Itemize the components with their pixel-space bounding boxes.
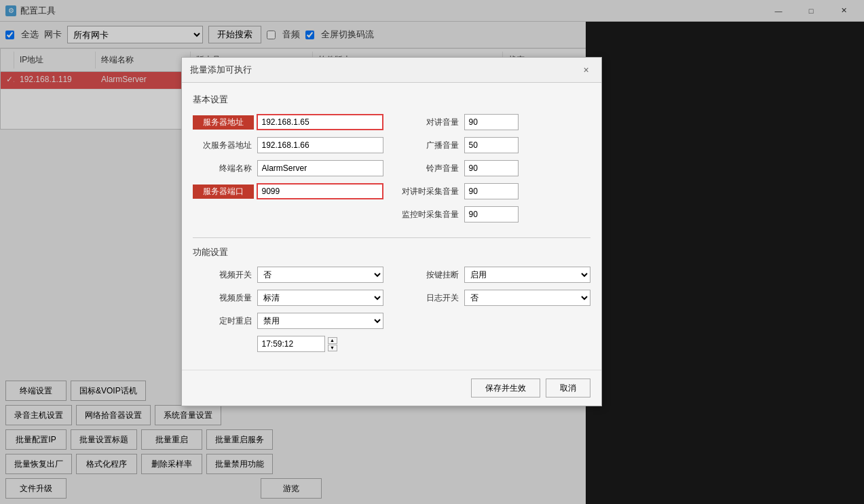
- dialog-overlay: 批量添加可执行 × 基本设置 服务器地址 次服务器地址 终: [0, 0, 864, 504]
- monitor-capture-label: 监控时采集音量: [400, 209, 464, 220]
- server-addr-label: 服务器地址: [193, 115, 254, 130]
- video-switch-row: 视频开关 否 是: [193, 267, 383, 283]
- terminal-name-label: 终端名称: [193, 163, 257, 174]
- func-left-column: 视频开关 否 是 视频质量 标清 高清 定时重启: [193, 267, 383, 359]
- server-addr-row: 服务器地址: [193, 114, 383, 130]
- broadcast-volume-row: 广播音量: [400, 137, 590, 153]
- time-up-button[interactable]: ▲: [328, 337, 337, 344]
- time-down-button[interactable]: ▼: [328, 345, 337, 351]
- function-settings-grid: 视频开关 否 是 视频质量 标清 高清 定时重启: [193, 267, 590, 359]
- time-input-wrap: ▲ ▼: [257, 336, 337, 352]
- server-addr-input[interactable]: [257, 114, 383, 130]
- broadcast-volume-label: 广播音量: [400, 140, 464, 151]
- video-quality-select[interactable]: 标清 高清: [257, 290, 383, 306]
- talk-volume-row: 对讲音量: [400, 114, 590, 130]
- time-spinners: ▲ ▼: [328, 337, 337, 351]
- terminal-name-input[interactable]: [257, 160, 383, 176]
- video-quality-row: 视频质量 标清 高清: [193, 290, 383, 306]
- monitor-capture-row: 监控时采集音量: [400, 206, 590, 222]
- time-input[interactable]: [257, 336, 325, 352]
- talk-capture-row: 对讲时采集音量: [400, 183, 590, 199]
- server-addr2-label: 次服务器地址: [193, 140, 257, 151]
- log-switch-select[interactable]: 否 是: [464, 290, 590, 306]
- hotkey-label: 按键挂断: [400, 269, 464, 281]
- bell-volume-input[interactable]: [464, 160, 519, 176]
- log-switch-row: 日志开关 否 是: [400, 290, 590, 306]
- monitor-capture-input[interactable]: [464, 206, 519, 222]
- hotkey-row: 按键挂断 启用 禁用: [400, 267, 590, 283]
- server-addr2-input[interactable]: [257, 137, 383, 153]
- log-switch-label: 日志开关: [400, 292, 464, 304]
- talk-volume-label: 对讲音量: [400, 117, 464, 128]
- section2-title: 功能设置: [193, 246, 590, 258]
- talk-capture-label: 对讲时采集音量: [400, 186, 464, 197]
- section-divider: [193, 237, 590, 238]
- server-addr2-row: 次服务器地址: [193, 137, 383, 153]
- talk-volume-input[interactable]: [464, 114, 519, 130]
- batch-add-dialog: 批量添加可执行 × 基本设置 服务器地址 次服务器地址 终: [181, 57, 602, 406]
- timed-restart-select[interactable]: 禁用 启用: [257, 313, 383, 329]
- bell-volume-label: 铃声音量: [400, 163, 464, 174]
- timed-restart-label: 定时重启: [193, 315, 257, 327]
- left-column: 服务器地址 次服务器地址 终端名称 服务器端口: [193, 114, 383, 229]
- time-row: ▲ ▼: [193, 336, 383, 352]
- dialog-title-bar: 批量添加可执行 ×: [182, 58, 601, 83]
- func-right-column: 按键挂断 启用 禁用 日志开关 否 是: [400, 267, 590, 359]
- dialog-footer: 保存并生效 取消: [182, 370, 601, 406]
- video-quality-label: 视频质量: [193, 292, 257, 304]
- server-port-input[interactable]: [257, 183, 383, 199]
- terminal-name-row: 终端名称: [193, 160, 383, 176]
- video-switch-select[interactable]: 否 是: [257, 267, 383, 283]
- server-port-row: 服务器端口: [193, 183, 383, 199]
- dialog-body: 基本设置 服务器地址 次服务器地址 终端名称: [182, 83, 601, 370]
- timed-restart-row: 定时重启 禁用 启用: [193, 313, 383, 329]
- basic-settings-grid: 服务器地址 次服务器地址 终端名称 服务器端口: [193, 114, 590, 229]
- section1-title: 基本设置: [193, 94, 590, 106]
- hotkey-select[interactable]: 启用 禁用: [464, 267, 590, 283]
- cancel-button[interactable]: 取消: [546, 379, 590, 398]
- server-port-label: 服务器端口: [193, 185, 254, 199]
- dialog-title: 批量添加可执行: [190, 64, 252, 76]
- video-switch-label: 视频开关: [193, 269, 257, 281]
- bell-volume-row: 铃声音量: [400, 160, 590, 176]
- dialog-close-button[interactable]: ×: [580, 63, 593, 77]
- talk-capture-input[interactable]: [464, 183, 519, 199]
- save-button[interactable]: 保存并生效: [471, 379, 540, 398]
- right-column: 对讲音量 广播音量 铃声音量 对讲时采集音量: [400, 114, 590, 229]
- broadcast-volume-input[interactable]: [464, 137, 519, 153]
